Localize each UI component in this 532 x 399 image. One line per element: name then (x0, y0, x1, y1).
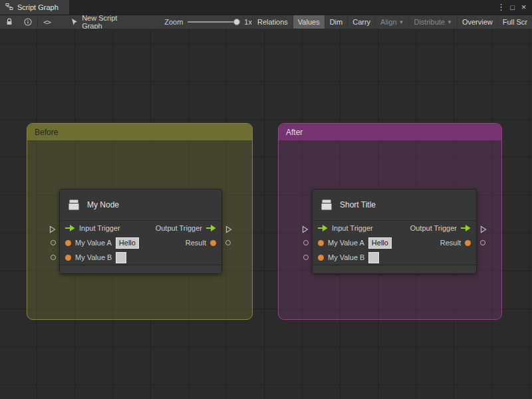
group-after[interactable]: After Short Title (278, 123, 502, 320)
node-title: My Node (87, 200, 119, 209)
value-port-icon (318, 240, 324, 246)
zoom-label: Zoom (164, 18, 183, 26)
flow-arrow-icon (65, 225, 75, 231)
group-title: Before (35, 128, 58, 137)
result-port[interactable] (480, 240, 485, 245)
zoom-value: 1x (244, 18, 252, 26)
group-before[interactable]: Before My Node (27, 123, 253, 320)
toolbar-button-fullscreen[interactable]: Full Scr (497, 15, 532, 29)
value-port-icon (465, 240, 471, 246)
value-port-icon (65, 255, 71, 261)
node-footer (60, 265, 221, 273)
node-header[interactable]: My Node (60, 190, 221, 221)
toolbar-button-carry[interactable]: Carry (347, 15, 375, 29)
graph-icon (5, 3, 13, 12)
output-trigger-port[interactable] (225, 224, 232, 236)
flow-arrow-icon (461, 225, 471, 231)
value-port-icon (210, 240, 216, 246)
value-b-port[interactable] (303, 255, 309, 260)
info-icon (24, 18, 32, 26)
toolbar-button-align[interactable]: Align ▼ (375, 15, 408, 29)
group-title: After (286, 128, 303, 137)
node-my-node[interactable]: My Node Input Trigger Output Trigger (59, 189, 222, 274)
code-icon: <> (43, 18, 51, 27)
toolbar-button-distribute[interactable]: Distribute ▼ (408, 15, 456, 29)
node-short-title[interactable]: Short Title Input Trigger Output Trigger (312, 189, 477, 274)
port-label: My Value B (75, 253, 112, 261)
maximize-icon[interactable]: □ (507, 0, 518, 15)
node-footer (313, 265, 476, 273)
port-row: My Value A Hello Result (60, 235, 221, 250)
output-trigger-port[interactable] (480, 224, 487, 236)
edit-source-button[interactable]: <> (38, 15, 56, 29)
tab-label: Script Graph (17, 3, 59, 11)
value-b-port[interactable] (51, 255, 56, 260)
port-row: My Value B (60, 250, 221, 265)
value-port-icon (65, 240, 71, 246)
script-graph-window: Script Graph ⋮ □ × <> (0, 0, 532, 399)
port-label: My Value A (328, 239, 364, 247)
port-label: My Value A (75, 239, 112, 247)
toolbar-buttons: Relations Values Dim Carry Align ▼ Distr… (252, 15, 532, 29)
value-b-input[interactable] (368, 252, 379, 263)
graph-toolbar: <> New Script Graph Zoom 1x Relations Va… (0, 15, 532, 29)
graph-picker[interactable]: New Script Graph (70, 14, 139, 30)
toolbar-button-relations[interactable]: Relations (252, 15, 293, 29)
value-a-port[interactable] (51, 240, 56, 245)
tab-bar: Script Graph ⋮ □ × (0, 0, 532, 15)
zoom-slider-handle[interactable] (233, 19, 240, 25)
toolbar-button-dim[interactable]: Dim (325, 15, 348, 29)
chevron-down-icon: ▼ (399, 19, 404, 25)
window-controls: ⋮ □ × (495, 0, 532, 15)
port-label: My Value B (328, 253, 364, 261)
graph-picker-label: New Script Graph (82, 14, 139, 30)
port-row: My Value A Hello Result (313, 235, 476, 250)
unit-icon (319, 198, 334, 212)
chevron-down-icon: ▼ (447, 19, 452, 25)
zoom-slider[interactable] (188, 19, 239, 25)
port-label: Output Trigger (410, 224, 457, 232)
result-port[interactable] (225, 240, 231, 245)
tab-script-graph[interactable]: Script Graph (0, 0, 69, 15)
zoom-slider-track (188, 21, 239, 23)
port-row: Input Trigger Output Trigger (313, 221, 476, 235)
group-header[interactable]: After (279, 124, 501, 140)
port-row: My Value B (313, 250, 476, 265)
input-trigger-port[interactable] (302, 224, 309, 236)
node-header[interactable]: Short Title (313, 190, 476, 221)
lock-icon (5, 18, 13, 26)
value-b-input[interactable] (116, 252, 126, 263)
overflow-menu-icon[interactable]: ⋮ (495, 0, 507, 15)
port-label: Output Trigger (156, 224, 202, 232)
node-title: Short Title (340, 200, 376, 209)
toolbar-button-values[interactable]: Values (293, 15, 325, 29)
flow-arrow-icon (206, 225, 216, 231)
input-trigger-port[interactable] (49, 224, 56, 236)
group-header[interactable]: Before (27, 124, 252, 140)
lock-button[interactable] (0, 15, 19, 29)
port-row: Input Trigger Output Trigger (60, 221, 221, 235)
toolbar-button-overview[interactable]: Overview (457, 15, 497, 29)
info-button[interactable] (19, 15, 37, 29)
port-label: Result (440, 239, 461, 247)
zoom-control: Zoom 1x (164, 18, 252, 26)
value-port-icon (318, 255, 324, 261)
port-label: Input Trigger (332, 224, 373, 232)
port-label: Result (186, 239, 206, 247)
new-graph-icon (70, 18, 78, 26)
value-a-port[interactable] (303, 240, 309, 245)
flow-arrow-icon (318, 225, 328, 231)
port-label: Input Trigger (79, 224, 120, 232)
graph-canvas[interactable]: Before My Node (0, 29, 532, 399)
value-a-input[interactable]: Hello (116, 237, 139, 249)
unit-icon (66, 198, 81, 212)
value-a-input[interactable]: Hello (368, 237, 392, 249)
close-icon[interactable]: × (518, 0, 529, 15)
